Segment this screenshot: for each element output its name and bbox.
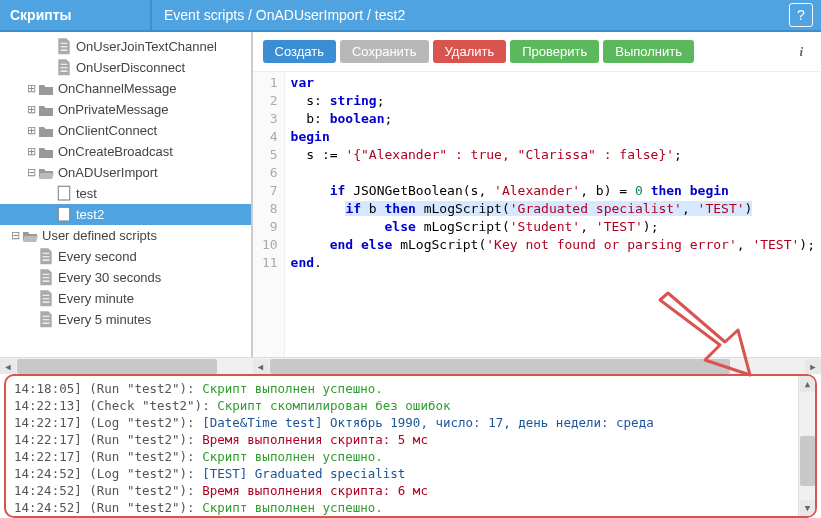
expander-icon[interactable]: ⊞: [24, 124, 38, 137]
tree-item-label: test: [76, 186, 97, 201]
console-line: 14:24:52] (Run "test2"): Скрипт выполнен…: [14, 499, 807, 516]
scroll-thumb[interactable]: [270, 359, 730, 374]
info-icon[interactable]: i: [799, 44, 803, 60]
folder-icon: [38, 102, 54, 118]
tree-item-label: OnADUserImport: [58, 165, 158, 180]
editor-scrollbar-h[interactable]: ◄ ►: [253, 357, 821, 374]
console-line: 14:18:05] (Run "test2"): Скрипт выполнен…: [14, 380, 807, 397]
check-button[interactable]: Проверить: [510, 40, 599, 63]
expander-icon[interactable]: ⊟: [8, 229, 22, 242]
scroll-right-icon[interactable]: ►: [805, 359, 821, 374]
console-scrollbar-v[interactable]: ▲ ▼: [798, 376, 815, 516]
output-console[interactable]: 14:18:05] (Run "test2"): Скрипт выполнен…: [4, 374, 817, 518]
file-icon: [38, 291, 54, 307]
console-line: 14:24:52] (Log "test2"): [TEST] Graduate…: [14, 465, 807, 482]
tree-item-label: OnClientConnect: [58, 123, 157, 138]
tree-item-user-defined-scripts[interactable]: ⊟User defined scripts: [0, 225, 251, 246]
folder-open-icon: [38, 165, 54, 181]
svg-rect-0: [58, 187, 69, 201]
panel-title: Скрипты: [0, 0, 152, 30]
tree-item-every-5-minutes[interactable]: Every 5 minutes: [0, 309, 251, 330]
expander-icon[interactable]: ⊞: [24, 82, 38, 95]
tree-item-label: OnUserJoinTextChannel: [76, 39, 217, 54]
file-icon: [38, 270, 54, 286]
expander-icon[interactable]: ⊞: [24, 145, 38, 158]
editor-toolbar: Создать Сохранить Удалить Проверить Выпо…: [253, 32, 821, 71]
tree-item-label: Every 5 minutes: [58, 312, 151, 327]
file-blank-icon: [56, 207, 72, 223]
code-content[interactable]: var s: string; b: boolean; begin s := '{…: [285, 72, 821, 357]
tree-item-onclientconnect[interactable]: ⊞OnClientConnect: [0, 120, 251, 141]
file-blank-icon: [56, 186, 72, 202]
file-icon: [38, 249, 54, 265]
tree-item-label: Every 30 seconds: [58, 270, 161, 285]
folder-icon: [38, 81, 54, 97]
scroll-thumb[interactable]: [17, 359, 217, 374]
scroll-thumb[interactable]: [800, 436, 815, 486]
scroll-down-icon[interactable]: ▼: [800, 500, 815, 516]
tree-scrollbar-h[interactable]: ◄ ►: [0, 357, 252, 374]
expander-icon[interactable]: ⊟: [24, 166, 38, 179]
scroll-left-icon[interactable]: ◄: [253, 359, 269, 374]
run-button[interactable]: Выполнить: [603, 40, 694, 63]
svg-rect-1: [58, 208, 69, 222]
tree-item-label: OnCreateBroadcast: [58, 144, 173, 159]
folder-open-icon: [22, 228, 38, 244]
tree-item-oncreatebroadcast[interactable]: ⊞OnCreateBroadcast: [0, 141, 251, 162]
code-editor[interactable]: 1234567891011 var s: string; b: boolean;…: [253, 71, 821, 357]
scroll-up-icon[interactable]: ▲: [800, 376, 815, 392]
editor-panel: Создать Сохранить Удалить Проверить Выпо…: [252, 32, 821, 374]
tree-item-label: Every second: [58, 249, 137, 264]
tree-item-label: Every minute: [58, 291, 134, 306]
console-line: 14:22:13] (Check "test2"): Скрипт скомпи…: [14, 397, 807, 414]
tree-item-onuserjointextchannel[interactable]: OnUserJoinTextChannel: [0, 36, 251, 57]
tree-item-label: OnUserDisconnect: [76, 60, 185, 75]
console-line: 14:22:17] (Log "test2"): [Date&Time test…: [14, 414, 807, 431]
tree-item-label: test2: [76, 207, 104, 222]
folder-icon: [38, 144, 54, 160]
console-line: 14:24:52] (Run "test2"): Время выполнени…: [14, 482, 807, 499]
scroll-left-icon[interactable]: ◄: [0, 359, 16, 374]
tree-item-label: OnPrivateMessage: [58, 102, 169, 117]
tree-item-label: OnChannelMessage: [58, 81, 177, 96]
line-gutter: 1234567891011: [253, 72, 285, 357]
help-button[interactable]: ?: [789, 3, 813, 27]
delete-button[interactable]: Удалить: [433, 40, 507, 63]
folder-icon: [38, 123, 54, 139]
tree-item-onaduserimport[interactable]: ⊟OnADUserImport: [0, 162, 251, 183]
tree-item-onuserdisconnect[interactable]: OnUserDisconnect: [0, 57, 251, 78]
tree-item-onprivatemessage[interactable]: ⊞OnPrivateMessage: [0, 99, 251, 120]
save-button[interactable]: Сохранить: [340, 40, 429, 63]
breadcrumb-text: Event scripts / OnADUserImport / test2: [164, 7, 405, 23]
file-icon: [56, 60, 72, 76]
console-line: 14:22:17] (Run "test2"): Время выполнени…: [14, 431, 807, 448]
tree-item-every-30-seconds[interactable]: Every 30 seconds: [0, 267, 251, 288]
file-icon: [56, 39, 72, 55]
file-icon: [38, 312, 54, 328]
create-button[interactable]: Создать: [263, 40, 336, 63]
console-line: 14:22:17] (Run "test2"): Скрипт выполнен…: [14, 448, 807, 465]
tree-item-every-minute[interactable]: Every minute: [0, 288, 251, 309]
tree-item-every-second[interactable]: Every second: [0, 246, 251, 267]
tree-item-test[interactable]: test: [0, 183, 251, 204]
tree-item-test2[interactable]: test2: [0, 204, 251, 225]
script-tree: OnUserJoinTextChannelOnUserDisconnect⊞On…: [0, 32, 252, 374]
breadcrumb: Event scripts / OnADUserImport / test2 ?: [152, 3, 821, 27]
tree-item-onchannelmessage[interactable]: ⊞OnChannelMessage: [0, 78, 251, 99]
expander-icon[interactable]: ⊞: [24, 103, 38, 116]
main-area: OnUserJoinTextChannelOnUserDisconnect⊞On…: [0, 32, 821, 374]
tree-item-label: User defined scripts: [42, 228, 157, 243]
title-bar: Скрипты Event scripts / OnADUserImport /…: [0, 0, 821, 32]
